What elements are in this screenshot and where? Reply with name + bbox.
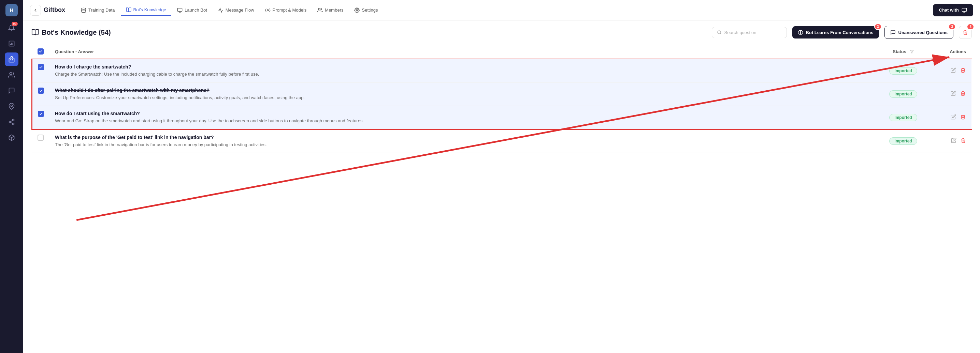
header-actions: Actions <box>931 44 972 59</box>
header-checkbox[interactable] <box>32 44 50 59</box>
row-qa-4: What is the purpose of the 'Get paid to … <box>49 130 876 153</box>
svg-line-10 <box>11 120 13 121</box>
delete-button-3[interactable] <box>960 114 966 121</box>
edit-button-3[interactable] <box>951 114 956 121</box>
delete-all-button[interactable]: 3 <box>959 26 972 39</box>
row-checkbox-2[interactable] <box>32 82 50 106</box>
tab-message-flow[interactable]: Message Flow <box>213 5 259 16</box>
row-qa-2: What should I do after pairing the smart… <box>49 82 876 106</box>
svg-line-23 <box>720 33 721 35</box>
row-actions-2 <box>931 82 972 106</box>
svg-rect-13 <box>177 8 182 11</box>
table-row: How do I charge the smartwatch? Charge t… <box>32 59 972 82</box>
row-status-3: Imported <box>876 106 931 130</box>
row-status-1: Imported <box>876 59 931 82</box>
notification-badge: 99 <box>11 22 18 26</box>
unanswered-questions-button[interactable]: Unanswered Questions 3 <box>885 26 953 39</box>
svg-point-22 <box>717 31 720 34</box>
app-title: Giftbox <box>44 6 65 14</box>
trash-icon <box>963 30 968 35</box>
svg-point-16 <box>267 9 269 11</box>
learn-badge: 3 <box>874 24 882 30</box>
svg-point-17 <box>319 8 320 10</box>
top-nav: Giftbox Training Data Bot's Knowledge La… <box>23 0 980 21</box>
delete-button-4[interactable] <box>961 138 966 144</box>
search-icon <box>717 30 722 35</box>
row-qa-1: How do I charge the smartwatch? Charge t… <box>49 59 876 82</box>
tab-settings[interactable]: Settings <box>349 5 382 16</box>
tab-training-data[interactable]: Training Data <box>76 5 120 16</box>
svg-point-7 <box>9 121 11 123</box>
edit-button-1[interactable] <box>951 68 956 74</box>
main-area: Giftbox Training Data Bot's Knowledge La… <box>23 0 980 353</box>
sidebar-item-messages[interactable] <box>5 84 18 97</box>
table-row: What is the purpose of the 'Get paid to … <box>32 130 972 153</box>
sidebar: H 99 <box>0 0 23 353</box>
sidebar-item-analytics[interactable] <box>5 37 18 51</box>
svg-point-18 <box>356 9 358 11</box>
edit-button-4[interactable] <box>951 138 956 144</box>
unanswered-badge: 3 <box>948 24 956 30</box>
row-qa-3: How do I start using the smartwatch? Wea… <box>49 106 876 130</box>
sidebar-item-users[interactable] <box>5 68 18 82</box>
table-row: How do I start using the smartwatch? Wea… <box>32 106 972 130</box>
tab-bots-knowledge[interactable]: Bot's Knowledge <box>121 5 171 16</box>
sidebar-item-integrations[interactable] <box>5 115 18 129</box>
sidebar-item-notification[interactable]: 99 <box>5 21 18 35</box>
header-qa: Question - Answer <box>49 44 876 59</box>
search-box[interactable]: Search question <box>712 27 787 38</box>
table-header: Question - Answer Status Actions <box>32 44 972 59</box>
back-button[interactable] <box>30 5 41 16</box>
unanswered-icon <box>890 30 896 35</box>
row-actions-3 <box>931 106 972 130</box>
svg-point-5 <box>11 105 13 107</box>
svg-rect-1 <box>9 58 14 62</box>
avatar[interactable]: H <box>5 4 18 16</box>
table-row: What should I do after pairing the smart… <box>32 82 972 106</box>
nav-tabs: Training Data Bot's Knowledge Launch Bot… <box>76 5 930 16</box>
row-checkbox-4[interactable] <box>32 130 50 153</box>
learn-icon <box>798 30 803 35</box>
tab-prompt-models[interactable]: Prompt & Models <box>260 5 312 16</box>
delete-badge: 3 <box>967 24 974 30</box>
svg-point-3 <box>12 60 13 60</box>
row-status-4: Imported <box>876 130 931 153</box>
row-checkbox-3[interactable] <box>32 106 50 130</box>
row-actions-4 <box>931 130 972 153</box>
sidebar-item-package[interactable] <box>5 131 18 144</box>
delete-button-2[interactable] <box>960 91 966 97</box>
chat-with-button[interactable]: Chat with <box>933 4 974 16</box>
row-actions-1 <box>931 59 972 82</box>
svg-point-4 <box>10 73 12 75</box>
svg-point-6 <box>13 119 14 121</box>
sidebar-item-location[interactable] <box>5 100 18 113</box>
svg-point-12 <box>81 8 86 9</box>
page-header: Bot's Knowledge (54) Search question Bot… <box>23 21 980 44</box>
bot-learns-button[interactable]: Bot Learns From Conversations 3 <box>792 26 879 38</box>
filter-icon[interactable] <box>910 50 914 54</box>
knowledge-table: Question - Answer Status Actions <box>23 44 980 353</box>
svg-point-2 <box>11 60 11 60</box>
page-title: Bot's Knowledge (54) <box>32 28 706 36</box>
delete-button-1[interactable] <box>960 68 966 74</box>
edit-button-2[interactable] <box>951 91 956 97</box>
svg-marker-24 <box>910 51 913 54</box>
page-content: Bot's Knowledge (54) Search question Bot… <box>23 21 980 353</box>
svg-rect-19 <box>962 8 966 11</box>
header-status: Status <box>876 44 931 59</box>
row-status-2: Imported <box>876 82 931 106</box>
svg-point-8 <box>13 123 14 125</box>
svg-line-9 <box>11 122 13 123</box>
tab-members[interactable]: Members <box>313 5 348 16</box>
sidebar-item-bot[interactable] <box>5 52 18 66</box>
tab-launch-bot[interactable]: Launch Bot <box>172 5 212 16</box>
row-checkbox-1[interactable] <box>32 59 50 82</box>
